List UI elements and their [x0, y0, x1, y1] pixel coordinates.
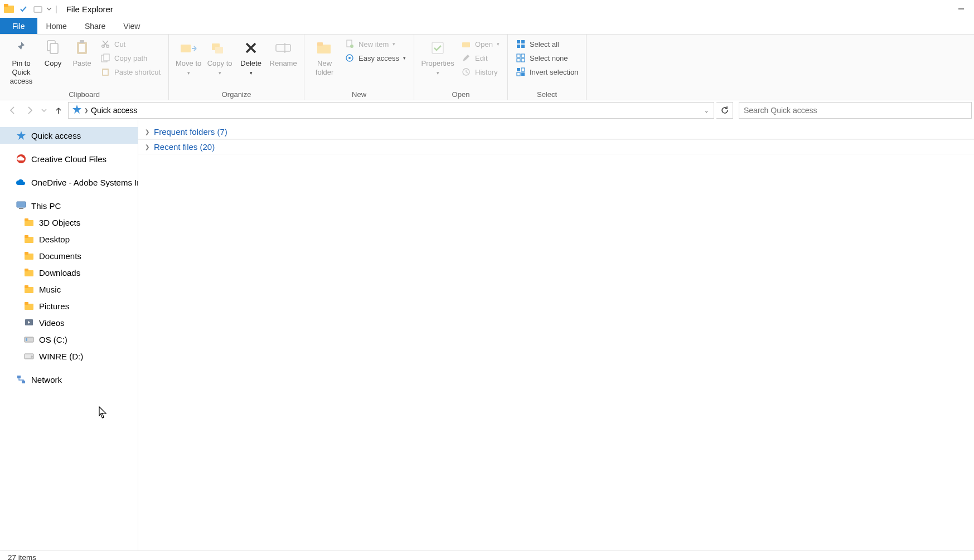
svg-rect-59 — [25, 285, 28, 288]
edit-button[interactable]: Edit — [458, 52, 503, 64]
history-icon — [461, 67, 471, 77]
tab-view[interactable]: View — [114, 18, 149, 34]
group-label-new: New — [309, 89, 409, 99]
folder-icon — [23, 217, 35, 228]
select-none-icon — [516, 53, 526, 63]
select-none-button[interactable]: Select none — [512, 52, 582, 64]
nav-recent-dropdown[interactable] — [39, 103, 49, 118]
window-title: File Explorer — [66, 4, 113, 14]
select-all-icon — [516, 39, 526, 49]
new-item-button[interactable]: New item▾ — [341, 38, 409, 50]
svg-rect-14 — [104, 54, 109, 61]
sidebar-item-onedrive[interactable]: OneDrive - Adobe Systems Incorporated — [0, 174, 138, 191]
svg-rect-65 — [26, 338, 27, 341]
svg-rect-37 — [517, 54, 520, 57]
sidebar-item-winre-d-[interactable]: WINRE (D:) — [0, 348, 138, 364]
svg-rect-34 — [521, 40, 525, 43]
svg-rect-53 — [25, 235, 28, 238]
svg-point-67 — [31, 356, 33, 358]
svg-rect-7 — [79, 44, 85, 52]
qat-properties-icon[interactable] — [17, 2, 30, 16]
qat-customize-dropdown[interactable] — [46, 2, 52, 16]
title-separator: | — [55, 4, 57, 13]
svg-line-12 — [103, 41, 108, 46]
nav-forward-button[interactable] — [22, 103, 37, 118]
tab-home[interactable]: Home — [37, 18, 76, 34]
nav-up-button[interactable] — [51, 103, 66, 118]
svg-rect-61 — [25, 302, 28, 305]
address-segment[interactable]: Quick access — [91, 106, 137, 115]
paste-shortcut-button[interactable]: Paste shortcut — [97, 66, 164, 78]
svg-rect-42 — [521, 68, 525, 71]
open-button[interactable]: Open▾ — [458, 38, 503, 50]
search-input[interactable] — [744, 106, 967, 115]
address-bar[interactable]: ❯ Quick access ⌄ — [68, 102, 714, 119]
folder-icon — [23, 250, 35, 261]
sidebar-item-os-c-[interactable]: OS (C:) — [0, 331, 138, 348]
svg-rect-49 — [19, 208, 23, 209]
folder-icon — [23, 334, 35, 345]
rename-button[interactable]: Rename — [267, 37, 299, 68]
sidebar-item-desktop[interactable]: Desktop — [0, 231, 138, 247]
group-label-organize: Organize — [173, 89, 299, 99]
properties-button[interactable]: Properties▾ — [419, 37, 457, 77]
folder-icon — [23, 267, 35, 278]
group-frequent-folders[interactable]: ❯ Frequent folders (7) — [138, 125, 974, 139]
delete-button[interactable]: Delete▾ — [236, 37, 266, 77]
tab-file[interactable]: File — [0, 18, 37, 34]
svg-rect-39 — [517, 59, 520, 62]
chevron-right-icon: ❯ — [145, 129, 149, 135]
invert-selection-icon — [516, 67, 526, 77]
star-icon — [16, 130, 27, 141]
sidebar-item-3d-objects[interactable]: 3D Objects — [0, 214, 138, 231]
copy-path-button[interactable]: Copy path — [97, 52, 164, 64]
sidebar-item-documents[interactable]: Documents — [0, 247, 138, 264]
minimize-button[interactable] — [948, 0, 974, 18]
folder-icon — [23, 233, 35, 245]
paste-button[interactable]: Paste — [68, 37, 96, 68]
nav-back-button[interactable] — [6, 103, 20, 118]
cut-button[interactable]: Cut — [97, 38, 164, 50]
file-explorer-icon — [2, 2, 16, 16]
copy-button[interactable]: Copy — [39, 37, 67, 68]
select-all-button[interactable]: Select all — [512, 38, 582, 50]
properties-icon — [428, 38, 448, 58]
address-dropdown[interactable]: ⌄ — [700, 108, 713, 114]
copy-path-icon — [100, 53, 110, 63]
sidebar-item-network[interactable]: Network — [0, 371, 138, 388]
sidebar-item-downloads[interactable]: Downloads — [0, 264, 138, 281]
svg-rect-16 — [103, 70, 108, 75]
group-label-open: Open — [419, 89, 503, 99]
chevron-right-icon: ❯ — [145, 144, 149, 150]
svg-rect-57 — [25, 269, 28, 271]
new-folder-button[interactable]: New folder — [309, 37, 340, 77]
sidebar-item-videos[interactable]: Videos — [0, 314, 138, 331]
tab-share[interactable]: Share — [76, 18, 114, 34]
refresh-button[interactable] — [716, 102, 733, 119]
svg-rect-36 — [521, 45, 525, 48]
easy-access-button[interactable]: Easy access▾ — [341, 52, 409, 64]
sidebar-item-pictures[interactable]: Pictures — [0, 298, 138, 314]
pin-to-quick-access-button[interactable]: Pin to Quick access — [4, 37, 38, 86]
content-pane[interactable]: ❯ Frequent folders (7) ❯ Recent files (2… — [138, 120, 974, 551]
svg-rect-41 — [517, 68, 520, 71]
svg-rect-51 — [25, 218, 28, 221]
svg-rect-35 — [517, 45, 520, 48]
move-to-button[interactable]: Move to ▾ — [173, 37, 203, 77]
sidebar-item-quick-access[interactable]: Quick access — [0, 127, 138, 144]
qat-new-folder-icon[interactable] — [31, 2, 45, 16]
navigation-pane[interactable]: Quick access Creative Cloud Files OneDri… — [0, 120, 138, 551]
group-recent-files[interactable]: ❯ Recent files (20) — [138, 139, 974, 154]
sidebar-item-this-pc[interactable]: This PC — [0, 197, 138, 214]
svg-rect-5 — [50, 43, 58, 53]
invert-selection-button[interactable]: Invert selection — [512, 66, 582, 78]
chevron-right-icon[interactable]: ❯ — [84, 108, 89, 113]
sidebar-item-creative-cloud[interactable]: Creative Cloud Files — [0, 150, 138, 167]
history-button[interactable]: History — [458, 66, 503, 78]
sidebar-item-music[interactable]: Music — [0, 281, 138, 298]
copy-to-button[interactable]: Copy to ▾ — [205, 37, 235, 77]
svg-rect-33 — [517, 40, 520, 43]
search-box[interactable] — [739, 102, 972, 119]
paste-shortcut-icon — [100, 67, 110, 77]
creative-cloud-icon — [16, 153, 27, 164]
